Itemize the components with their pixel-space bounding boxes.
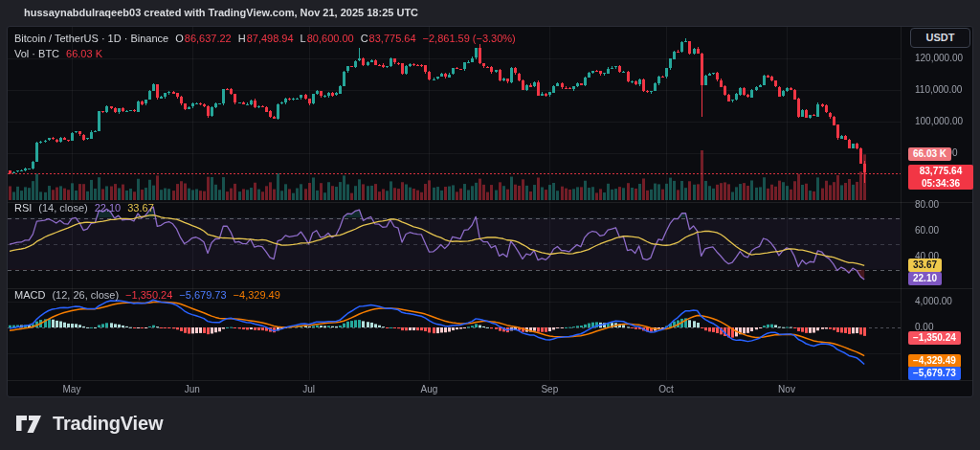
change-value: −2,861.59 (−3.30%): [423, 33, 516, 44]
footer: TradingView: [0, 397, 980, 450]
rsi-axis-label: 60.00: [915, 225, 972, 236]
open-value: O86,637.22: [175, 33, 232, 44]
rsi-legend: RSI (14, close) 22.10 33.67: [14, 202, 154, 214]
last-price-value: 83,775.64: [913, 165, 969, 177]
macd-axis-label: 4,000.00: [915, 296, 972, 307]
bar-countdown: 05:34:36: [913, 177, 969, 190]
month-label: Oct: [658, 384, 674, 394]
macd-hist-value: −1,350.24: [125, 289, 172, 301]
macd-line-axis-badge: −5,679.73: [908, 367, 961, 380]
rsi-axis-badge: 22.10: [908, 272, 942, 285]
time-scale-border: [8, 380, 972, 381]
volume-value: 66.03 K: [66, 48, 102, 59]
volume-legend: Vol · BTC 66.03 K: [14, 48, 102, 59]
rsi-params: (14, close): [38, 202, 87, 214]
tradingview-logo-icon[interactable]: [15, 414, 44, 435]
rsi-value: 22.10: [95, 202, 122, 214]
tradingview-wordmark[interactable]: TradingView: [53, 413, 163, 435]
high-value: H87,498.94: [238, 33, 294, 44]
price-axis-label: 100,000.00: [915, 116, 972, 127]
low-value: L80,600.00: [301, 33, 354, 44]
symbol-legend: Bitcoin / TetherUS · 1D · Binance O86,63…: [14, 33, 516, 44]
month-label: Jun: [185, 384, 200, 394]
month-label: Sep: [541, 384, 558, 394]
month-label: Jul: [302, 384, 315, 394]
rsi-title[interactable]: RSI: [14, 202, 32, 214]
rsi-axis-label: 80.00: [915, 199, 972, 211]
macd-legend: MACD (12, 26, close) −1,350.24 −5,679.73…: [14, 289, 280, 301]
rsi-ma-axis-badge: 33.67: [908, 259, 942, 272]
symbol-title[interactable]: Bitcoin / TetherUS · 1D · Binance: [14, 33, 168, 44]
price-axis-label: 110,000.00: [915, 84, 972, 96]
macd-params: (12, 26, close): [52, 289, 119, 301]
macd-line-value: −5,679.73: [179, 289, 226, 301]
month-label: May: [63, 384, 81, 394]
macd-hist-axis-badge: −1,350.24: [908, 331, 961, 345]
macd-signal-value: −4,329.49: [234, 289, 280, 301]
rsi-ma-value: 33.67: [127, 202, 154, 214]
price-axis-label: 120,000.00: [915, 53, 972, 64]
last-price-badge: 83,775.64 05:34:36: [908, 165, 973, 190]
price-scale-border: [901, 27, 902, 380]
page: hussaynabdulraqeeb03 created with Tradin…: [0, 0, 980, 450]
month-label: Aug: [421, 384, 438, 394]
attribution-text: hussaynabdulraqeeb03 created with Tradin…: [24, 4, 418, 21]
currency-button[interactable]: USDT: [910, 28, 970, 48]
month-label: Nov: [778, 384, 795, 394]
volume-label[interactable]: Vol · BTC: [14, 48, 59, 59]
macd-title[interactable]: MACD: [14, 289, 45, 301]
volume-axis-badge: 66.03 K: [908, 147, 951, 161]
macd-signal-axis-badge: −4,329.49: [908, 354, 961, 368]
close-value: C83,775.64: [361, 33, 416, 44]
